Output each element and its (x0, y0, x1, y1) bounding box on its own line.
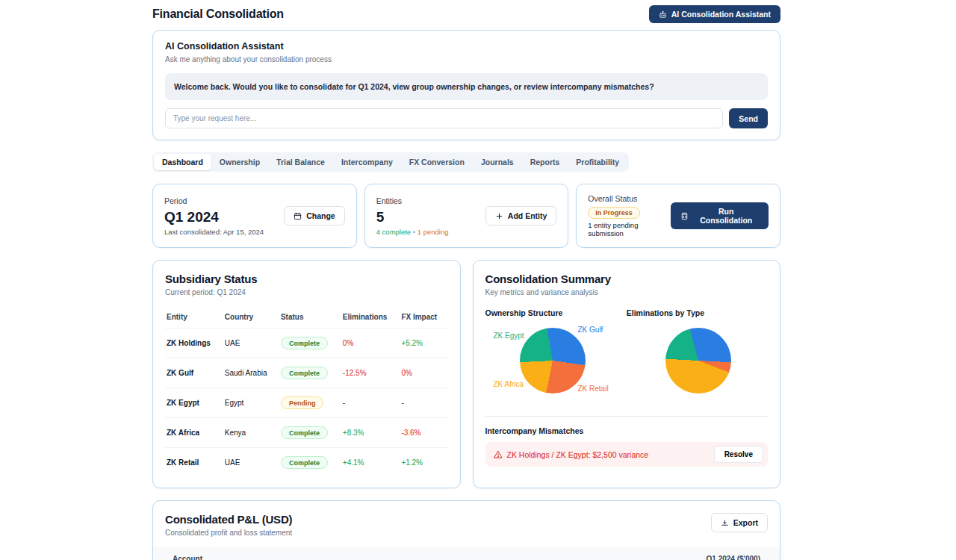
eliminations-by-type-chart: Eliminations by Type (627, 308, 768, 408)
subsidiary-status-title: Subsidiary Status (165, 273, 448, 285)
change-period-button[interactable]: Change (284, 206, 345, 225)
entity-cell: ZK Gulf (165, 358, 223, 388)
eliminations-cell: 0% (341, 329, 400, 358)
stats-row: Period Q1 2024 Last consolidated: Apr 15… (152, 184, 780, 248)
consolidation-summary-panel: Consolidation Summary Key metrics and va… (473, 260, 781, 488)
add-entity-button[interactable]: Add Entity (485, 206, 557, 225)
table-row: ZK Egypt Egypt Pending - - (165, 388, 448, 418)
period-value: Q1 2024 (164, 209, 264, 225)
tab-intercompany[interactable]: Intercompany (333, 154, 401, 170)
eliminations-cell: +8.3% (341, 418, 400, 448)
ownership-structure-title: Ownership Structure (485, 308, 627, 317)
pnl-subtitle: Consolidated profit and loss statement (165, 529, 292, 537)
country-cell: Kenya (223, 418, 279, 448)
period-label: Period (164, 196, 264, 205)
entities-label: Entities (376, 196, 449, 205)
fx-impact-cell: +5.2% (400, 329, 447, 358)
subsidiary-table-header: Entity Country Status Eliminations FX Im… (165, 307, 448, 329)
table-row: ZK Gulf Saudi Arabia Complete -12.5% 0% (165, 358, 448, 388)
period-info: Period Q1 2024 Last consolidated: Apr 15… (164, 196, 264, 236)
pnl-col-account: Account (173, 555, 202, 560)
entities-pending: 1 pending (418, 228, 449, 236)
country-cell: Saudi Arabia (223, 358, 279, 388)
add-entity-label: Add Entity (508, 211, 547, 220)
pie-label-zk-africa: ZK Africa (494, 380, 524, 388)
status-badge: Complete (281, 426, 328, 439)
status-badge: Pending (281, 396, 324, 409)
tab-bar: Dashboard Ownership Trial Balance Interc… (152, 152, 629, 172)
col-status: Status (279, 307, 341, 329)
eliminations-cell: - (341, 388, 400, 418)
main-row: Subsidiary Status Current period: Q1 202… (152, 260, 780, 488)
overall-status-card: Overall Status In Progress 1 entity pend… (576, 184, 780, 248)
assistant-message: Welcome back. Would you like to consolid… (165, 73, 768, 100)
ownership-pie-chart (520, 328, 586, 393)
entities-dot: • (413, 228, 415, 236)
fx-impact-cell: -3.6% (400, 418, 447, 448)
send-button[interactable]: Send (729, 108, 768, 128)
entity-cell: ZK Africa (165, 418, 223, 448)
change-period-label: Change (306, 211, 335, 220)
ai-card-subtitle: Ask me anything about your consolidation… (165, 55, 768, 63)
eliminations-cell: -12.5% (341, 358, 400, 388)
tab-reports[interactable]: Reports (522, 154, 568, 170)
pnl-header: Consolidated P&L (USD) Consolidated prof… (153, 513, 780, 537)
warning-icon (494, 450, 503, 459)
pnl-title-block: Consolidated P&L (USD) Consolidated prof… (165, 513, 292, 537)
entity-cell: ZK Retail (165, 448, 223, 478)
subsidiary-status-panel: Subsidiary Status Current period: Q1 202… (152, 260, 461, 488)
eliminations-pie-area (627, 323, 768, 408)
overall-status-label: Overall Status (588, 194, 671, 203)
summary-divider (485, 416, 769, 417)
bot-icon (659, 10, 667, 19)
entity-cell: ZK Egypt (165, 388, 223, 418)
pie-label-zk-retail: ZK Retail (578, 385, 609, 393)
mismatch-text-wrap: ZK Holdings / ZK Egypt: $2,500 variance (494, 450, 649, 459)
page-container: Financial Consolidation AI Consolidation… (152, 0, 780, 560)
tab-ownership[interactable]: Ownership (211, 154, 268, 170)
overall-status-info: Overall Status In Progress 1 entity pend… (588, 194, 671, 237)
tab-profitability[interactable]: Profitability (568, 154, 627, 170)
tab-trial-balance[interactable]: Trial Balance (268, 154, 333, 170)
pnl-table-header: Account Q1 2024 ($'000) (153, 547, 780, 560)
col-fx-impact: FX Impact (400, 307, 447, 329)
pnl-col-period: Q1 2024 ($'000) (707, 555, 760, 560)
ownership-structure-chart: Ownership Structure ZK Egypt ZK Gulf ZK … (485, 308, 627, 408)
col-country: Country (223, 307, 279, 329)
col-eliminations: Eliminations (341, 307, 400, 329)
ownership-pie-area: ZK Egypt ZK Gulf ZK Africa ZK Retail (485, 323, 627, 408)
overall-status-sub: 1 entity pending submission (588, 221, 671, 237)
plus-icon (495, 212, 503, 220)
resolve-button[interactable]: Resolve (714, 446, 763, 463)
calendar-icon (294, 212, 302, 220)
export-button[interactable]: Export (711, 513, 768, 532)
table-row: ZK Retail UAE Complete +4.1% +1.2% (165, 448, 448, 478)
tab-fx-conversion[interactable]: FX Conversion (401, 154, 473, 170)
tab-journals[interactable]: Journals (473, 154, 522, 170)
col-entity: Entity (165, 307, 223, 329)
intercompany-mismatches-title: Intercompany Mismatches (485, 426, 769, 435)
pie-label-zk-egypt: ZK Egypt (494, 332, 524, 340)
country-cell: UAE (223, 448, 279, 478)
ai-assistant-button[interactable]: AI Consolidation Assistant (649, 5, 780, 23)
pie-label-zk-gulf: ZK Gulf (578, 326, 603, 334)
tab-dashboard[interactable]: Dashboard (154, 154, 211, 170)
pnl-panel: Consolidated P&L (USD) Consolidated prof… (152, 500, 780, 560)
send-button-label: Send (739, 114, 758, 123)
country-cell: UAE (223, 329, 279, 358)
charts-row: Ownership Structure ZK Egypt ZK Gulf ZK … (485, 308, 769, 408)
run-consolidation-button[interactable]: Run Consolidation (671, 202, 769, 229)
page-header: Financial Consolidation AI Consolidation… (152, 0, 780, 23)
download-icon (721, 519, 729, 527)
entities-info: Entities 5 4 complete • 1 pending (376, 196, 449, 236)
table-row: ZK Africa Kenya Complete +8.3% -3.6% (165, 418, 448, 448)
eliminations-by-type-title: Eliminations by Type (627, 308, 768, 317)
entity-cell: ZK Holdings (165, 329, 223, 358)
pnl-title: Consolidated P&L (USD) (165, 513, 292, 526)
assistant-input-row: Send (165, 108, 768, 128)
table-row: ZK Holdings UAE Complete 0% +5.2% (165, 329, 448, 358)
status-badge: Complete (281, 337, 328, 349)
mismatch-alert: ZK Holdings / ZK Egypt: $2,500 variance … (485, 442, 769, 467)
assistant-request-input[interactable] (165, 108, 723, 128)
eliminations-cell: +4.1% (341, 448, 400, 478)
